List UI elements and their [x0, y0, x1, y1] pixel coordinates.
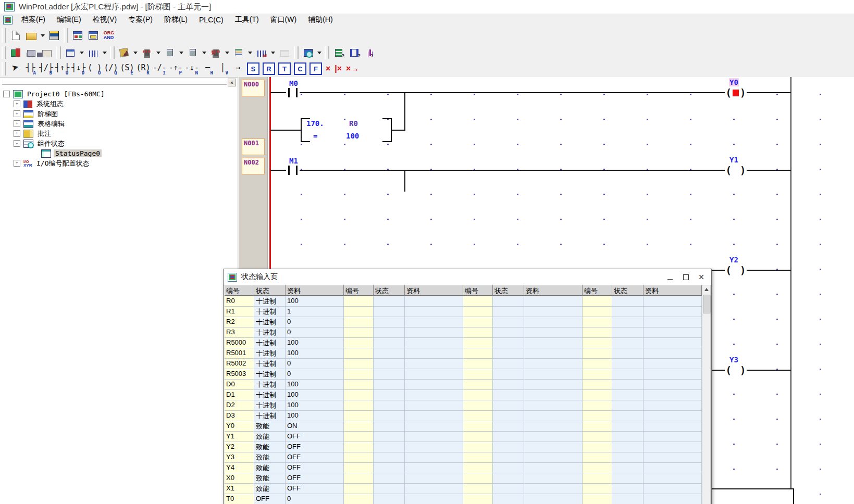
compare-value[interactable]: 100 [346, 132, 359, 140]
ladder-tool-P-button[interactable]: -↑-P [168, 61, 183, 76]
cell-empty[interactable] [493, 432, 524, 442]
cell-empty[interactable] [344, 307, 374, 317]
cell-empty[interactable] [612, 327, 643, 338]
cell-id[interactable]: D1 [225, 390, 254, 400]
cell-empty[interactable] [493, 411, 524, 421]
coil-y2-label[interactable]: Y2 [729, 256, 739, 264]
cell-empty[interactable] [643, 442, 702, 452]
cell-empty[interactable] [344, 348, 374, 359]
cell-empty[interactable] [493, 338, 524, 348]
cell-empty[interactable] [524, 348, 583, 359]
cell-value[interactable]: OFF [286, 432, 344, 442]
compare-fun-number[interactable]: 170. [306, 119, 324, 128]
cell-empty[interactable] [643, 338, 702, 348]
cell-empty[interactable] [612, 494, 643, 504]
toolbar-grip[interactable] [2, 28, 6, 43]
cell-empty[interactable] [583, 338, 612, 348]
table-clip-button[interactable] [277, 45, 292, 60]
cell-empty[interactable] [374, 463, 405, 473]
plc-run-button[interactable] [185, 45, 200, 60]
cell-status[interactable]: 十进制 [254, 296, 286, 307]
cell-id[interactable]: T0 [225, 494, 254, 504]
cell-empty[interactable] [493, 317, 524, 327]
panel-grip[interactable] [2, 82, 227, 85]
cell-empty[interactable] [405, 369, 463, 380]
cell-empty[interactable] [493, 452, 524, 463]
cell-empty[interactable] [374, 317, 405, 327]
cell-empty[interactable] [524, 359, 583, 369]
cell-empty[interactable] [344, 390, 374, 400]
toolbar-grip[interactable] [2, 62, 6, 75]
cell-status[interactable]: 十进制 [254, 338, 286, 348]
cell-status[interactable]: 十进制 [254, 411, 286, 421]
cell-empty[interactable] [405, 327, 463, 338]
cell-empty[interactable] [463, 307, 493, 317]
cell-value[interactable]: OFF [286, 484, 344, 494]
function-f-button[interactable]: F [310, 62, 322, 75]
cell-empty[interactable] [344, 317, 374, 327]
cell-empty[interactable] [463, 338, 493, 348]
expand-plus-icon[interactable]: + [14, 130, 20, 137]
cell-empty[interactable] [583, 421, 612, 432]
cell-empty[interactable] [583, 432, 612, 442]
cell-empty[interactable] [524, 296, 583, 307]
cell-empty[interactable] [524, 327, 583, 338]
cell-empty[interactable] [463, 421, 493, 432]
dropdown-arrow-icon[interactable] [133, 52, 138, 54]
cell-empty[interactable] [344, 452, 374, 463]
column-header-id[interactable]: 编号 [344, 285, 374, 296]
cell-status[interactable]: 致能 [254, 442, 286, 452]
cell-empty[interactable] [583, 494, 612, 504]
cell-value[interactable]: 0 [286, 317, 344, 327]
cell-empty[interactable] [643, 411, 702, 421]
cell-empty[interactable] [344, 380, 374, 390]
cell-id[interactable]: X0 [225, 473, 254, 484]
status-window-title-bar[interactable]: 状态输入页 [224, 269, 711, 285]
maximize-button[interactable] [678, 271, 694, 283]
cell-empty[interactable] [583, 348, 612, 359]
menu-item-edit[interactable]: 编辑(E) [51, 14, 87, 26]
function-t-button[interactable]: T [278, 62, 291, 75]
cell-empty[interactable] [493, 307, 524, 317]
select-cursor-button[interactable]: ➤ [8, 61, 22, 76]
ladder-tool-Q-button[interactable]: (/)Q [103, 61, 118, 76]
cell-empty[interactable] [463, 463, 493, 473]
org-and-instruction-button[interactable]: ORG AND [102, 28, 116, 43]
cell-empty[interactable] [524, 307, 583, 317]
cell-status[interactable]: 十进制 [254, 359, 286, 369]
cell-empty[interactable] [405, 317, 463, 327]
cell-empty[interactable] [612, 307, 643, 317]
tree-item-node-1[interactable]: +阶梯图 [2, 109, 236, 119]
cell-empty[interactable] [583, 380, 612, 390]
cell-id[interactable]: R5001 [225, 348, 254, 359]
toolbar-grip[interactable] [64, 28, 68, 43]
cell-value[interactable]: 100 [286, 348, 344, 359]
cell-empty[interactable] [583, 390, 612, 400]
tree-item-node-5[interactable]: +I/OI/O编号配置状态 [2, 158, 236, 168]
cell-empty[interactable] [463, 452, 493, 463]
compare-register[interactable]: R0 [349, 119, 358, 128]
cell-empty[interactable] [463, 494, 493, 504]
cell-empty[interactable] [643, 348, 702, 359]
cell-empty[interactable] [493, 359, 524, 369]
status-help-button[interactable] [331, 45, 346, 60]
cell-status[interactable]: 致能 [254, 484, 286, 494]
menu-item-file[interactable]: 档案(F) [16, 14, 51, 26]
cell-id[interactable]: R5002 [225, 359, 254, 369]
cell-value[interactable]: 0 [286, 327, 344, 338]
cell-id[interactable]: R1 [225, 307, 254, 317]
cell-empty[interactable] [493, 296, 524, 307]
cell-empty[interactable] [405, 452, 463, 463]
cell-id[interactable]: R0 [225, 296, 254, 307]
cell-empty[interactable] [493, 327, 524, 338]
chip-button[interactable] [24, 45, 39, 60]
new-file-button[interactable] [8, 28, 23, 43]
coil-y0[interactable]: () [725, 86, 747, 99]
cell-value[interactable]: OFF [286, 442, 344, 452]
panel-close-button[interactable]: × [228, 79, 236, 86]
cell-empty[interactable] [583, 463, 612, 473]
cell-empty[interactable] [463, 348, 493, 359]
tree-item-node-0[interactable]: +系统组态 [2, 99, 236, 109]
tree-item-node-4[interactable]: -组件状态 [2, 138, 236, 148]
cell-empty[interactable] [643, 494, 702, 504]
